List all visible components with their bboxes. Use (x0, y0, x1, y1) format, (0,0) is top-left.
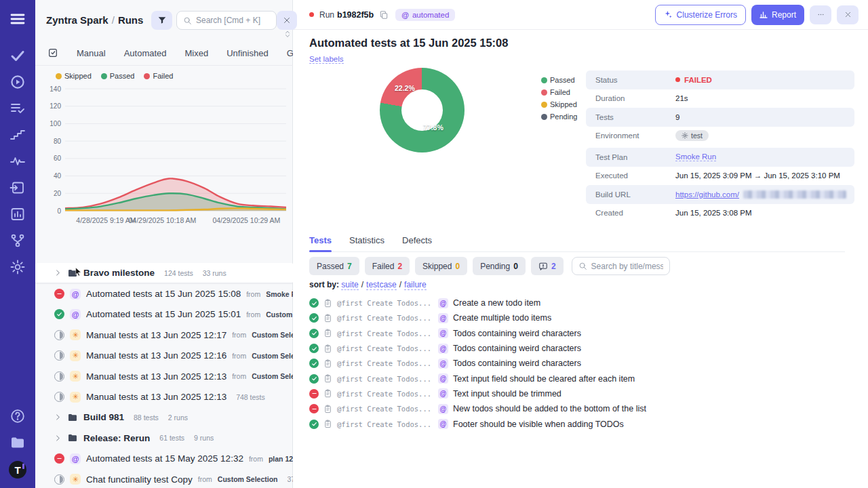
test-row[interactable]: @first Create Todos...@Todos containing … (309, 326, 852, 341)
filter-button[interactable] (151, 11, 172, 30)
manual-run-icon: ✳ (70, 392, 81, 403)
set-labels-link[interactable]: Set labels (309, 55, 344, 64)
rail-play-circle-button[interactable] (9, 74, 26, 90)
clusterize-errors-button[interactable]: Clusterize Errors (655, 5, 746, 25)
run-source: Custom Selection (218, 475, 278, 483)
test-plan-link[interactable]: Smoke Run (675, 152, 716, 161)
rail-gear-button[interactable] (9, 259, 26, 275)
runs-tab-manual[interactable]: Manual (77, 48, 106, 58)
test-row[interactable]: @first Create Todos...@New todos should … (309, 401, 852, 416)
filter-icon (157, 16, 167, 25)
run-row[interactable]: ✳Manual tests at 13 Jun 2025 12:17fromCu… (35, 325, 293, 345)
legend-label: Skipped (550, 100, 577, 108)
tests-search-input[interactable] (591, 262, 663, 271)
comments-filter-chip[interactable]: 2 (531, 257, 564, 275)
sort-by-suite[interactable]: suite (341, 280, 358, 290)
test-row[interactable]: @first Create Todos...@Footer should be … (309, 416, 852, 431)
run-row[interactable]: ✳Manual tests at 13 Jun 2025 12:13748 te… (35, 386, 293, 407)
runs-search (176, 11, 277, 30)
rail-branch-button[interactable] (9, 232, 26, 249)
rail-import-button[interactable] (9, 180, 26, 196)
run-row[interactable]: @Automated tests at 15 Jun 2025 15:01fro… (35, 304, 293, 325)
select-runs-icon[interactable] (47, 47, 58, 58)
runs-search-input[interactable] (196, 16, 270, 25)
copy-icon[interactable] (379, 10, 389, 20)
ellipsis-icon (817, 11, 825, 18)
passed-status-icon (309, 374, 319, 384)
run-row[interactable]: @Automated tests at 15 Jun 2025 15:08fro… (35, 283, 293, 304)
rail-folder-fill-button[interactable] (9, 434, 26, 451)
detail-label: Duration (586, 94, 675, 102)
tab-statistics[interactable]: Statistics (349, 235, 384, 251)
pending-filter-chip[interactable]: Pending0 (473, 257, 526, 275)
test-title: Text input should be trimmed (453, 389, 561, 399)
legend-label: Pending (550, 113, 577, 121)
test-suite-path: @first Create Todos... (337, 314, 433, 322)
breadcrumb-project[interactable]: Zyntra Spark (46, 14, 108, 26)
test-row[interactable]: @first Create Todos...@Create multiple t… (309, 310, 852, 325)
run-row[interactable]: @Automated tests at 15 May 2025 12:32fro… (35, 449, 293, 469)
test-title: New todos should be added to the bottom … (453, 404, 646, 413)
detail-value: Jun 15, 2025 3:08 PM (675, 209, 752, 217)
panel-close-button[interactable] (277, 11, 297, 30)
test-row[interactable]: @first Create Todos...@Create a new todo… (309, 296, 852, 310)
runs-tab-unfinished[interactable]: Unfinished (226, 48, 268, 58)
rail-check-button[interactable] (9, 47, 26, 64)
clipboard-icon (323, 389, 332, 398)
test-row[interactable]: @first Create Todos...@Todos containing … (309, 341, 852, 356)
run-row[interactable]: ✳Chat functinality test CopyfromCustom S… (35, 469, 293, 488)
report-button[interactable]: Report (751, 5, 804, 25)
more-actions-button[interactable] (810, 5, 831, 24)
detail-label: Executed (586, 171, 675, 180)
run-details-table: StatusFAILEDDuration21sTests9Environment… (586, 70, 854, 222)
tab-tests[interactable]: Tests (309, 235, 332, 251)
svg-text:04/29/2025 10:29 AM: 04/29/2025 10:29 AM (212, 216, 280, 224)
rail-steps-button[interactable] (9, 127, 26, 143)
skipped-filter-chip[interactable]: Skipped0 (415, 257, 467, 275)
failed-filter-chip[interactable]: Failed2 (365, 257, 410, 275)
app-logo[interactable]: T (9, 461, 26, 479)
automated-test-icon: @ (438, 344, 448, 354)
progress-status-icon (54, 330, 64, 340)
passed-filter-chip[interactable]: Passed7 (309, 257, 359, 275)
resize-handle-icon[interactable] (283, 30, 292, 38)
run-tests-count: 748 tests (236, 393, 265, 401)
detail-value: Smoke Run (675, 152, 716, 161)
run-row-title: Manual tests at 13 Jun 2025 12:16 (86, 350, 226, 361)
runs-tab-mixed[interactable]: Mixed (185, 48, 209, 58)
runs-tab-automated[interactable]: Automated (124, 48, 167, 58)
manual-run-icon: ✳ (70, 329, 81, 340)
run-row[interactable]: ✳Manual tests at 13 Jun 2025 12:13fromCu… (35, 366, 293, 386)
run-source: Custom Selection (252, 352, 293, 360)
status-value: FAILED (684, 76, 712, 84)
close-run-button[interactable] (837, 5, 859, 24)
svg-text:40: 40 (54, 172, 62, 180)
build-url-link[interactable]: https://github.com/ (675, 190, 739, 199)
rail-bar-chart-button[interactable] (9, 206, 26, 222)
test-row[interactable]: @first Create Todos...@Text input field … (309, 371, 852, 386)
rail-help-circle-button[interactable] (9, 408, 26, 424)
from-label: from (232, 352, 246, 360)
rail-pulse-button[interactable] (9, 153, 26, 169)
chip-count: 2 (551, 262, 556, 271)
test-suite-path: @first Create Todos... (337, 375, 433, 383)
test-row[interactable]: @first Create Todos...@Text input should… (309, 386, 852, 401)
run-tests-count: 37 tests (288, 475, 293, 483)
svg-text:80: 80 (54, 138, 62, 145)
folder-row[interactable]: Build 98188 tests2 runs (35, 407, 293, 428)
sort-by-failure[interactable]: failure (404, 280, 427, 290)
legend-label: Failed (153, 72, 173, 80)
legend-dot (541, 89, 547, 96)
test-row[interactable]: @first Create Todos...@Todos containing … (309, 356, 852, 371)
rail-menu-button[interactable] (9, 11, 26, 27)
tab-defects[interactable]: Defects (402, 235, 432, 251)
sort-by-testcase[interactable]: testcase (366, 280, 397, 290)
rail-bottom-group: T (9, 408, 26, 488)
folder-row[interactable]: Release: Rerun61 tests9 runs (35, 428, 293, 448)
check-icon (9, 47, 26, 64)
test-title: Text input field should be cleared after… (453, 374, 635, 384)
rail-list-check-button[interactable] (9, 100, 26, 117)
runs-filter-tabs: ManualAutomatedMixedUnfinishedGroups (47, 47, 315, 58)
automated-badge[interactable]: @ automated (395, 9, 455, 21)
run-row[interactable]: ✳Manual tests at 13 Jun 2025 12:16fromCu… (35, 346, 293, 366)
